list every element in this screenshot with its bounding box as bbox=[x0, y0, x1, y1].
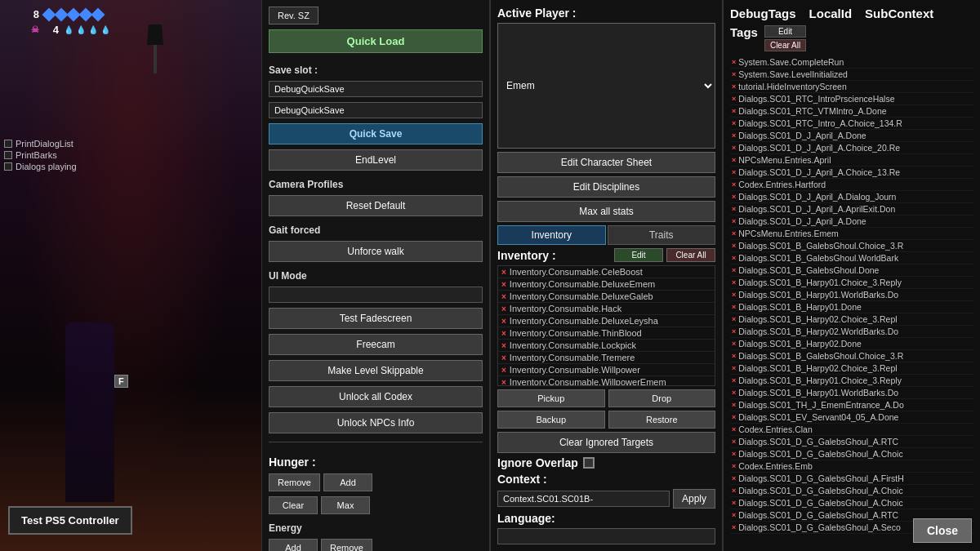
test-fadescreen-button[interactable]: Test Fadescreen bbox=[269, 308, 483, 329]
inv-remove-icon[interactable]: × bbox=[501, 366, 506, 375]
language-select[interactable] bbox=[497, 528, 715, 544]
debug-remove-icon[interactable]: × bbox=[732, 511, 736, 519]
ui-mode-select[interactable] bbox=[269, 287, 483, 303]
end-level-button[interactable]: EndLevel bbox=[269, 149, 483, 171]
debug-remove-icon[interactable]: × bbox=[732, 352, 736, 360]
debug-remove-icon[interactable]: × bbox=[732, 487, 736, 495]
debug-remove-icon[interactable]: × bbox=[732, 205, 736, 213]
debug-remove-icon[interactable]: × bbox=[732, 291, 736, 299]
debug-remove-icon[interactable]: × bbox=[732, 425, 736, 433]
tab-traits[interactable]: Traits bbox=[608, 225, 716, 245]
hunger-add-button[interactable]: Add bbox=[323, 473, 372, 491]
debug-remove-icon[interactable]: × bbox=[732, 364, 736, 372]
f-key-label: F bbox=[118, 376, 124, 386]
debug-remove-icon[interactable]: × bbox=[732, 168, 736, 176]
quick-load-button[interactable]: Quick Load bbox=[269, 29, 483, 53]
debug-remove-icon[interactable]: × bbox=[732, 450, 736, 458]
debug-remove-icon[interactable]: × bbox=[732, 315, 736, 323]
inv-edit-button[interactable]: Edit bbox=[614, 248, 663, 262]
checkbox-3[interactable] bbox=[4, 162, 12, 171]
edit-disciplines-button[interactable]: Edit Disciplines bbox=[497, 176, 715, 198]
save-slot-input[interactable] bbox=[269, 81, 483, 97]
inv-remove-icon[interactable]: × bbox=[501, 378, 506, 387]
test-ps5-button[interactable]: Test PS5 Controller bbox=[8, 506, 132, 535]
debug-remove-icon[interactable]: × bbox=[732, 474, 736, 482]
ignore-overlap-checkbox[interactable] bbox=[583, 457, 595, 469]
checkbox-1[interactable] bbox=[4, 140, 12, 148]
f-key-badge: F bbox=[114, 375, 128, 388]
debug-remove-icon[interactable]: × bbox=[732, 180, 736, 189]
debug-remove-icon[interactable]: × bbox=[732, 242, 736, 250]
context-input[interactable] bbox=[497, 491, 670, 507]
debug-item-label: Codex.Entries.Clan bbox=[738, 424, 812, 434]
debug-remove-icon[interactable]: × bbox=[732, 413, 736, 421]
reset-default-button[interactable]: Reset Default bbox=[269, 195, 483, 216]
debug-remove-icon[interactable]: × bbox=[732, 82, 736, 91]
unlock-npcs-info-button[interactable]: Unlock NPCs Info bbox=[269, 412, 483, 433]
max-all-stats-button[interactable]: Max all stats bbox=[497, 201, 715, 222]
tags-edit-button[interactable]: Edit bbox=[764, 25, 806, 38]
hunger-max-button[interactable]: Max bbox=[321, 496, 370, 514]
debug-remove-icon[interactable]: × bbox=[732, 462, 736, 470]
unforce-walk-button[interactable]: Unforce walk bbox=[269, 241, 483, 262]
player-select[interactable]: Emem bbox=[497, 23, 715, 149]
inv-remove-icon[interactable]: × bbox=[501, 317, 506, 326]
inv-remove-icon[interactable]: × bbox=[501, 353, 506, 362]
edit-char-sheet-button[interactable]: Edit Character Sheet bbox=[497, 152, 715, 173]
inv-controls: Edit Clear All bbox=[614, 248, 715, 262]
debug-remove-icon[interactable]: × bbox=[732, 303, 736, 311]
pickup-button[interactable]: Pickup bbox=[497, 389, 605, 407]
inv-remove-icon[interactable]: × bbox=[501, 292, 506, 301]
quick-save-button[interactable]: Quick Save bbox=[269, 123, 483, 144]
drop-button[interactable]: Drop bbox=[608, 389, 716, 407]
debug-remove-icon[interactable]: × bbox=[732, 144, 736, 152]
debug-item: ×Dialogs.SC01_D_J_April_A.Choice_13.Re bbox=[730, 167, 973, 179]
tab-inventory[interactable]: Inventory bbox=[497, 225, 606, 245]
debug-remove-icon[interactable]: × bbox=[732, 438, 736, 446]
close-button[interactable]: Close bbox=[913, 518, 972, 543]
checkbox-2[interactable] bbox=[4, 151, 12, 159]
save-slot-select[interactable]: DebugQuickSave bbox=[269, 102, 483, 118]
freecam-button[interactable]: Freecam bbox=[269, 334, 483, 355]
debug-remove-icon[interactable]: × bbox=[732, 389, 736, 397]
debug-remove-icon[interactable]: × bbox=[732, 95, 736, 103]
debug-remove-icon[interactable]: × bbox=[732, 266, 736, 274]
dialog-label-2: PrintBarks bbox=[16, 150, 57, 160]
hunger-remove-button[interactable]: Remove bbox=[269, 473, 320, 491]
debug-remove-icon[interactable]: × bbox=[732, 278, 736, 287]
unlock-all-codex-button[interactable]: Unlock all Codex bbox=[269, 386, 483, 407]
clear-ignored-button[interactable]: Clear Ignored Targets bbox=[497, 432, 715, 453]
inv-clear-all-button[interactable]: Clear All bbox=[666, 248, 715, 262]
debug-remove-icon[interactable]: × bbox=[732, 58, 736, 66]
debug-remove-icon[interactable]: × bbox=[732, 499, 736, 507]
make-level-skippable-button[interactable]: Make Level Skippable bbox=[269, 360, 483, 381]
debug-remove-icon[interactable]: × bbox=[732, 70, 736, 78]
energy-remove-button[interactable]: Remove bbox=[321, 539, 372, 551]
inv-remove-icon[interactable]: × bbox=[501, 280, 506, 289]
hunger-clear-button[interactable]: Clear bbox=[269, 496, 318, 514]
inv-remove-icon[interactable]: × bbox=[501, 268, 506, 277]
debug-remove-icon[interactable]: × bbox=[732, 193, 736, 201]
debug-remove-icon[interactable]: × bbox=[732, 229, 736, 238]
apply-button[interactable]: Apply bbox=[673, 489, 715, 509]
backup-button[interactable]: Backup bbox=[497, 411, 605, 429]
inv-remove-icon[interactable]: × bbox=[501, 304, 506, 313]
debug-remove-icon[interactable]: × bbox=[732, 217, 736, 225]
debug-remove-icon[interactable]: × bbox=[732, 376, 736, 384]
debug-remove-icon[interactable]: × bbox=[732, 156, 736, 164]
debug-remove-icon[interactable]: × bbox=[732, 131, 736, 140]
debug-remove-icon[interactable]: × bbox=[732, 523, 736, 531]
rev-sz-button[interactable]: Rev. SZ bbox=[269, 7, 318, 24]
debug-remove-icon[interactable]: × bbox=[732, 340, 736, 348]
debug-remove-icon[interactable]: × bbox=[732, 119, 736, 127]
debug-item-label: Dialogs.SC01_B_Harpy02.Choice_3.Repl bbox=[738, 363, 897, 373]
inv-remove-icon[interactable]: × bbox=[501, 341, 506, 350]
debug-remove-icon[interactable]: × bbox=[732, 327, 736, 335]
tags-clear-all-button[interactable]: Clear All bbox=[764, 39, 806, 51]
debug-remove-icon[interactable]: × bbox=[732, 401, 736, 409]
inv-remove-icon[interactable]: × bbox=[501, 329, 506, 338]
debug-remove-icon[interactable]: × bbox=[732, 254, 736, 262]
restore-button[interactable]: Restore bbox=[608, 411, 716, 429]
energy-add-button[interactable]: Add bbox=[269, 539, 318, 551]
debug-remove-icon[interactable]: × bbox=[732, 107, 736, 115]
